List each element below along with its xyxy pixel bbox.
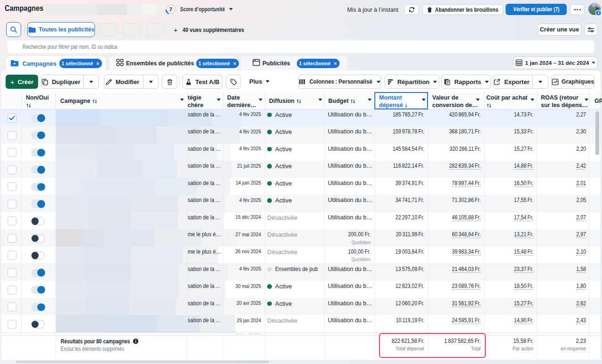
svg-text:7: 7: [169, 7, 172, 12]
svg-text:f: f: [598, 11, 599, 15]
